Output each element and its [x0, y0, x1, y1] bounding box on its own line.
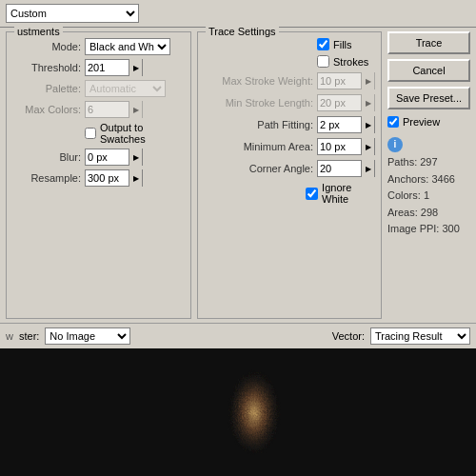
threshold-input[interactable] — [86, 60, 129, 75]
max-colors-row: Max Colors: ▶ — [12, 101, 185, 118]
palette-label: Palette: — [12, 83, 81, 94]
threshold-spinbox: ▶ — [85, 59, 143, 76]
threshold-label: Threshold: — [12, 62, 81, 73]
strokes-checkbox[interactable] — [317, 55, 329, 68]
min-stroke-length-input — [318, 95, 361, 110]
path-fitting-row: Path Fitting: ▶ — [204, 116, 375, 133]
save-preset-button[interactable]: Save Preset... — [387, 87, 470, 109]
main-area: ustments Mode: Black and White Threshold… — [0, 28, 476, 323]
preview-container: ib51.net — [0, 348, 476, 476]
ignore-white-label: Ignore White — [322, 182, 375, 205]
minimum-area-spinbox: ▶ — [317, 138, 375, 155]
svg-rect-2 — [0, 348, 476, 476]
adjustments-panel: ustments Mode: Black and White Threshold… — [6, 31, 191, 319]
resample-spin-btn[interactable]: ▶ — [129, 169, 142, 187]
anchors-info: Anchors: 3466 — [387, 171, 470, 188]
corner-angle-row: Corner Angle: ▶ — [204, 160, 375, 177]
trace-settings-title: Trace Settings — [206, 26, 279, 37]
trace-settings-panel: Trace Settings Fills Strokes Max Stroke … — [197, 31, 382, 319]
max-stroke-weight-input — [318, 73, 361, 89]
mode-label: Mode: — [12, 41, 81, 52]
adjustments-title: ustments — [14, 26, 63, 37]
max-colors-spin-btn: ▶ — [129, 101, 142, 118]
max-colors-input — [86, 102, 129, 117]
resample-spinbox: ▶ — [85, 169, 143, 187]
preview-checkbox[interactable] — [387, 116, 399, 128]
trace-button[interactable]: Trace — [387, 31, 470, 54]
minimum-area-input[interactable] — [318, 139, 361, 154]
image-ppi-info: Image PPI: 300 — [387, 221, 470, 238]
max-stroke-weight-label: Max Stroke Weight: — [204, 75, 313, 87]
path-fitting-btn[interactable]: ▶ — [361, 116, 374, 133]
preview-svg — [0, 348, 476, 476]
raster-text: w — [6, 330, 13, 342]
blur-spin-btn[interactable]: ▶ — [129, 149, 142, 166]
cancel-button[interactable]: Cancel — [387, 59, 470, 82]
corner-angle-spinbox: ▶ — [317, 160, 375, 177]
paths-info: Paths: 297 — [387, 154, 470, 171]
output-swatches-row: Output to Swatches — [85, 122, 185, 145]
threshold-row: Threshold: ▶ — [12, 59, 185, 76]
blur-row: Blur: ▶ — [12, 149, 185, 166]
fills-label: Fills — [333, 39, 352, 50]
strokes-row: Strokes — [204, 55, 375, 68]
top-bar: Custom — [0, 0, 476, 28]
raster-select[interactable]: No Image — [45, 327, 130, 345]
right-panel: Trace Cancel Save Preset... Preview i Pa… — [387, 31, 470, 319]
blur-input[interactable] — [86, 149, 129, 165]
resample-input[interactable] — [86, 170, 129, 186]
threshold-spin-btn[interactable]: ▶ — [129, 59, 142, 76]
min-stroke-length-row: Min Stroke Length: ▶ — [204, 94, 375, 111]
max-stroke-weight-btn: ▶ — [361, 72, 374, 89]
max-colors-spinbox: ▶ — [85, 101, 143, 118]
blur-label: Blur: — [12, 151, 81, 163]
minimum-area-row: Minimum Area: ▶ — [204, 138, 375, 155]
output-swatches-label: Output to Swatches — [100, 122, 185, 145]
mode-select[interactable]: Black and White — [85, 38, 170, 55]
corner-angle-input[interactable] — [318, 161, 361, 176]
colors-info: Colors: 1 — [387, 188, 470, 205]
path-fitting-label: Path Fitting: — [204, 119, 313, 130]
minimum-area-label: Minimum Area: — [204, 141, 313, 152]
info-icon: i — [387, 137, 403, 152]
vector-select[interactable]: Tracing Result — [370, 327, 470, 345]
path-fitting-input[interactable] — [318, 117, 361, 132]
palette-row: Palette: Automatic — [12, 80, 185, 97]
minimum-area-btn[interactable]: ▶ — [361, 138, 374, 155]
ignore-white-checkbox[interactable] — [306, 188, 318, 200]
mode-row: Mode: Black and White — [12, 38, 185, 55]
preset-dropdown[interactable]: Custom — [6, 4, 139, 23]
bottom-bar: w ster: No Image Vector: Tracing Result — [0, 323, 476, 348]
min-stroke-length-spinbox: ▶ — [317, 94, 375, 111]
resample-label: Resample: — [12, 172, 81, 184]
corner-angle-label: Corner Angle: — [204, 163, 313, 174]
fills-row: Fills — [204, 38, 375, 50]
fills-checkbox[interactable] — [317, 38, 329, 50]
preview-label: Preview — [403, 116, 440, 128]
raster-field-label: ster: — [19, 330, 39, 342]
max-stroke-weight-spinbox: ▶ — [317, 72, 375, 89]
min-stroke-length-label: Min Stroke Length: — [204, 97, 313, 109]
path-fitting-spinbox: ▶ — [317, 116, 375, 133]
max-stroke-weight-row: Max Stroke Weight: ▶ — [204, 72, 375, 89]
vector-label: Vector: — [332, 330, 365, 342]
output-swatches-checkbox[interactable] — [85, 128, 96, 139]
min-stroke-length-btn: ▶ — [361, 94, 374, 111]
strokes-label: Strokes — [333, 56, 368, 68]
ignore-white-row: Ignore White — [204, 182, 375, 205]
blur-spinbox: ▶ — [85, 149, 143, 166]
preview-row: Preview — [387, 116, 470, 128]
palette-select: Automatic — [85, 80, 166, 97]
resample-row: Resample: ▶ — [12, 169, 185, 187]
areas-info: Areas: 298 — [387, 205, 470, 222]
corner-angle-btn[interactable]: ▶ — [361, 160, 374, 177]
max-colors-label: Max Colors: — [12, 104, 81, 115]
info-section: i Paths: 297 Anchors: 3466 Colors: 1 Are… — [387, 136, 470, 238]
